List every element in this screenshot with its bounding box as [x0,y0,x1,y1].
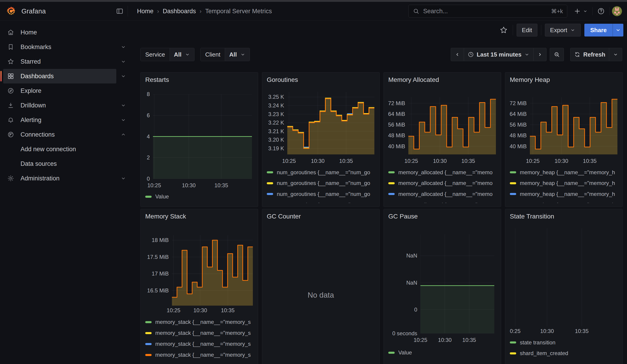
sidebar-item-connections[interactable]: Connections [3,127,116,142]
panel-gc-pause: GC Pause Value NaNNaN00 seconds10:2510:3… [383,209,501,364]
chart-plot-area[interactable] [508,228,619,326]
chart-plot-area[interactable] [287,92,374,155]
y-axis-tick-label: 56 MiB [510,122,527,128]
chevron-down-icon[interactable] [120,103,126,108]
y-axis-tick-label: NaN [406,253,417,259]
panel-legend: memory_heap {__name__="memory_hmemory_he… [510,167,619,203]
legend-item[interactable]: memory_stack {__name__="memory_s [145,338,255,349]
legend-item[interactable]: memory_allocated {__name__="memo [388,200,498,203]
chart-plot-area[interactable] [153,94,252,179]
chevron-down-icon[interactable] [120,73,126,79]
chart-plot-area[interactable] [172,235,253,306]
sidebar-item-bookmarks[interactable]: Bookmarks [3,40,116,54]
share-split-button: Share [584,24,623,37]
search-box[interactable]: ⌘+k [408,5,567,18]
panel-title[interactable]: Memory Allocated [388,76,439,84]
help-icon[interactable] [595,7,607,15]
sidebar-item-starred[interactable]: Starred [3,54,116,69]
legend-item[interactable]: state transition [510,337,619,348]
chevron-down-icon[interactable] [120,44,126,50]
refresh-interval-dropdown[interactable] [609,48,622,61]
sidebar-item-add-new-connection[interactable]: Add new connection [3,142,116,156]
sidebar-item-label: Explore [20,87,42,95]
legend-item[interactable]: memory_heap {__name__="memory_h [510,178,619,189]
sidebar-item-explore[interactable]: Explore [3,84,116,98]
breadcrumb-home[interactable]: Home [137,8,154,15]
sidebar-item-home[interactable]: Home [3,25,116,40]
chevron-down-icon[interactable] [120,175,126,181]
legend-item[interactable]: memory_stack {__name__="memory_s [145,349,255,360]
panel-title[interactable]: GC Counter [267,213,301,220]
no-data-message: No data [262,291,379,300]
sidebar-item-drilldown[interactable]: Drilldown [3,98,116,113]
panel-title[interactable]: Memory Stack [145,213,186,220]
dashboards-grid-icon [7,73,14,80]
chevron-down-icon[interactable] [120,59,126,64]
sidebar-item-data-sources[interactable]: Data sources [3,156,116,171]
sidebar-item-alerting[interactable]: Alerting [3,113,116,127]
legend-item[interactable]: num_goroutines {__name__="num_go [267,178,376,189]
panel-title[interactable]: State Transition [510,213,554,220]
sidebar-item-administration[interactable]: Administration [3,171,116,186]
panel-title[interactable]: Goroutines [267,76,298,84]
client-filter-value[interactable]: All [225,48,250,61]
legend-swatch [145,354,152,356]
x-axis-tick-label: 10:30 [438,337,452,343]
panel-gc-counter: GC Counter No data [262,209,380,364]
favorite-star-icon[interactable] [498,26,509,34]
x-axis-tick-label: 10:30 [311,158,325,164]
breadcrumb-dashboards[interactable]: Dashboards [163,8,196,15]
legend-item[interactable]: memory_stack {__name__="memory_s [145,327,255,338]
chevron-down-icon[interactable] [120,117,126,123]
legend-item[interactable]: num_goroutines {__name__="num_go [267,167,376,178]
chart-plot-area[interactable] [408,97,496,155]
legend-item[interactable]: memory_allocated {__name__="memo [388,167,498,178]
legend-item[interactable]: num_goroutines {__name__="num_go [267,189,376,200]
y-axis-tick-label: 3.23 K [268,111,284,117]
panel-title[interactable]: GC Pause [388,213,418,220]
panel-memory-stack: Memory Stack memory_stack {__name__="mem… [140,209,258,364]
legend-item[interactable]: shard_item_created [510,348,619,359]
time-controls: Last 15 minutes [451,48,622,61]
panel-legend: Value [145,191,255,203]
time-range-picker[interactable]: Last 15 minutes [464,48,534,61]
chart-plot-area[interactable] [420,234,494,333]
legend-item[interactable]: Value [388,347,498,358]
legend-item[interactable]: Value [145,191,255,202]
legend-item[interactable]: memory_heap {__name__="memory_h [510,200,619,203]
legend-item[interactable]: memory_heap {__name__="memory_h [510,167,619,178]
legend-swatch [388,193,395,195]
share-button[interactable]: Share [584,24,613,37]
service-filter-value[interactable]: All [170,48,194,61]
y-axis-tick-label: 0 seconds [392,330,417,337]
panel-title[interactable]: Memory Heap [510,76,550,84]
sidebar-item-dashboards[interactable]: Dashboards [3,69,116,84]
legend-item[interactable]: memory_allocated {__name__="memo [388,189,498,200]
legend-swatch [145,332,152,334]
y-axis-tick-label: 3.25 K [268,94,284,100]
edit-button[interactable]: Edit [517,24,537,37]
export-button[interactable]: Export [545,24,581,37]
search-input[interactable] [423,7,551,15]
legend-swatch [510,193,516,195]
user-avatar[interactable] [612,6,622,16]
chart-plot-area[interactable] [530,97,618,155]
time-shift-forward-button[interactable] [533,48,546,61]
legend-item[interactable]: num_goroutines {__name__="num_go [267,200,376,203]
legend-label: state transition [520,339,555,346]
zoom-out-button[interactable] [550,48,564,61]
refresh-button[interactable]: Refresh [571,48,609,61]
x-axis-tick-label: 10:35 [214,182,228,189]
y-axis-tick-label: 48 MiB [510,132,527,139]
legend-item[interactable]: memory_heap {__name__="memory_h [510,189,619,200]
panel-title[interactable]: Restarts [145,76,169,84]
add-new-button[interactable] [571,7,590,15]
legend-item[interactable]: memory_stack {__name__="memory_s [145,316,255,327]
share-dropdown-button[interactable] [613,24,623,37]
y-axis-tick-label: 0 [414,307,417,313]
chevron-up-icon[interactable] [120,132,126,138]
sidebar-toggle-icon[interactable] [116,7,124,15]
legend-item[interactable]: memory_allocated {__name__="memo [388,178,498,189]
x-axis-tick-label: 10:30 [540,328,554,334]
time-shift-back-button[interactable] [451,48,464,61]
